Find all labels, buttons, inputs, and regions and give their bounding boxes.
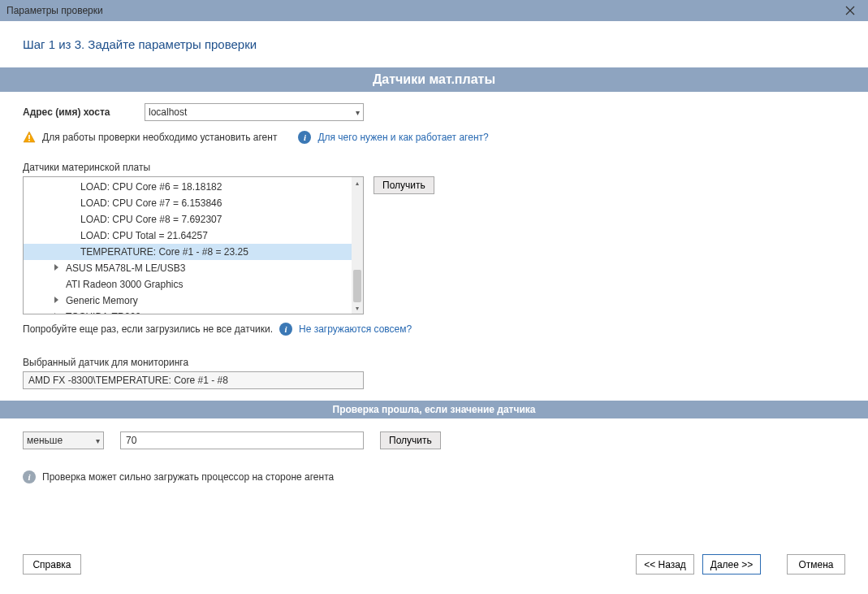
cpu-load-hint: Проверка может сильно загружать процессо… — [42, 471, 334, 483]
host-value: localhost — [149, 106, 187, 118]
info-icon: i — [23, 470, 36, 483]
close-icon — [845, 6, 855, 15]
sensors-label: Датчики материнской платы — [23, 162, 845, 173]
sensor-tree[interactable]: LOAD: CPU Core #6 = 18.18182 LOAD: CPU C… — [23, 176, 364, 314]
chevron-down-icon: ▾ — [356, 108, 360, 117]
section-condition-title: Проверка прошла, если значение датчика — [0, 401, 868, 418]
cancel-button[interactable]: Отмена — [787, 554, 845, 574]
tree-item-ati[interactable]: ATI Radeon 3000 Graphics — [24, 276, 352, 293]
warning-icon — [23, 131, 36, 144]
retry-hint: Попробуйте еще раз, если загрузились не … — [23, 323, 273, 335]
tree-item-temperature[interactable]: TEMPERATURE: Core #1 - #8 = 23.25 — [24, 244, 352, 260]
tree-item-asus[interactable]: ASUS M5A78L-M LE/USB3 — [24, 260, 352, 276]
host-label: Адрес (имя) хоста — [23, 106, 136, 118]
tree-item-loadtotal[interactable]: LOAD: CPU Total = 21.64257 — [24, 228, 352, 244]
back-button[interactable]: << Назад — [636, 554, 694, 574]
selected-sensor-label: Выбранный датчик для мониторинга — [23, 357, 845, 368]
close-button[interactable] — [832, 0, 868, 21]
scrollbar[interactable]: ▴ ▾ — [352, 177, 363, 314]
scroll-down-icon[interactable]: ▾ — [352, 302, 363, 314]
operator-combo[interactable]: меньше ▾ — [23, 431, 104, 449]
help-button[interactable]: Справка — [23, 554, 81, 574]
agent-required-text: Для работы проверки необходимо установит… — [42, 132, 277, 143]
scrollbar-thumb[interactable] — [353, 270, 361, 302]
operator-value: меньше — [27, 435, 63, 446]
scrollbar-track[interactable] — [352, 189, 363, 302]
selected-sensor-value: AMD FX -8300\TEMPERATURE: Core #1 - #8 — [23, 371, 364, 389]
info-icon: i — [298, 131, 311, 144]
chevron-down-icon: ▾ — [96, 436, 100, 445]
retry-link[interactable]: Не загружаются совсем? — [299, 323, 412, 335]
agent-info-link[interactable]: Для чего нужен и как работает агент? — [317, 132, 488, 143]
svg-rect-3 — [28, 135, 30, 139]
tree-item-generic[interactable]: Generic Memory — [24, 293, 352, 309]
threshold-input[interactable]: 70 — [120, 431, 364, 449]
tree-item-toshiba[interactable]: TOSHIBA-TR200 — [24, 309, 352, 314]
tree-item-load7[interactable]: LOAD: CPU Core #7 = 6.153846 — [24, 195, 352, 211]
window-title: Параметры проверки — [6, 5, 103, 16]
get-value-button[interactable]: Получить — [380, 431, 441, 449]
tree-item-load8[interactable]: LOAD: CPU Core #8 = 7.692307 — [24, 211, 352, 228]
get-sensors-button[interactable]: Получить — [374, 176, 434, 194]
next-button[interactable]: Далее >> — [702, 554, 761, 574]
titlebar: Параметры проверки — [0, 0, 868, 21]
scroll-up-icon[interactable]: ▴ — [352, 177, 363, 189]
host-combo[interactable]: localhost ▾ — [145, 103, 364, 121]
wizard-step-text: Шаг 1 из 3. Задайте параметры проверки — [0, 21, 868, 67]
footer: Справка << Назад Далее >> Отмена — [0, 541, 868, 594]
info-icon: i — [279, 323, 292, 336]
tree-item-load6[interactable]: LOAD: CPU Core #6 = 18.18182 — [24, 179, 352, 195]
section-sensors-title: Датчики мат.платы — [0, 67, 868, 92]
svg-rect-4 — [28, 140, 30, 141]
